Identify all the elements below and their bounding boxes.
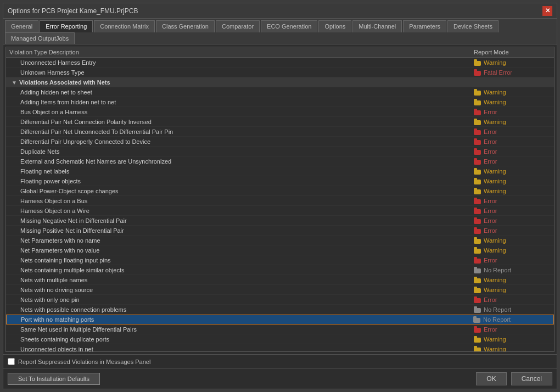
table-row[interactable]: Missing Positive Net in Differential Pai… [6,226,554,236]
section-arrow-icon: ▼ [12,80,17,86]
mode-label: Warning [484,237,506,244]
table-row[interactable]: Nets with no driving source Warning [6,285,554,295]
footer: Set To Installation Defaults OK Cancel [3,368,557,389]
table-row[interactable]: External and Schematic Net Names are Uns… [6,156,554,166]
table-row[interactable]: Adding Items from hidden net to net Warn… [6,97,554,107]
report-suppressed-label: Report Suppressed Violations in Messages… [18,359,150,365]
tab-options[interactable]: Options [318,20,351,32]
mode-folder-icon [474,198,481,204]
row-description: Differential Pair Unproperly Connected t… [9,138,474,145]
row-description: Port with no matching ports [10,316,473,323]
row-description: Nets with multiple names [9,277,474,283]
tab-multi-channel[interactable]: Multi-Channel [352,20,402,32]
table-row[interactable]: Differential Pair Net Connection Polarit… [6,117,554,127]
row-mode: Warning [474,237,551,244]
table-row[interactable]: Nets with possible connection problems N… [6,305,554,315]
tab-device-sheets[interactable]: Device Sheets [447,20,499,32]
table-row[interactable]: Adding hidden net to sheet Warning [6,87,554,97]
mode-folder-icon [474,119,481,125]
close-button[interactable]: ✕ [542,6,552,16]
mode-label: Warning [484,346,506,352]
table-row[interactable]: Harness Object on a Wire Error [6,206,554,216]
mode-folder-icon [474,267,481,273]
cancel-button[interactable]: Cancel [511,372,552,385]
mode-folder-icon [474,158,481,165]
row-mode: Warning [474,168,551,175]
tab-class-generation[interactable]: Class Generation [156,20,215,32]
dialog: Options for PCB Project Kame_FMU.PrjPCB … [3,3,557,389]
table-row[interactable]: Nets containing floating input pins Erro… [6,255,554,265]
row-mode: Error [474,326,551,333]
row-mode: No Report [474,267,551,273]
mode-folder-icon [474,296,481,303]
mode-folder-icon [474,336,481,343]
table-row[interactable]: Same Net used in Multiple Differential P… [6,324,554,334]
row-mode: Warning [474,336,551,343]
row-mode: Error [474,227,551,234]
row-description: Harness Object on a Wire [9,208,474,214]
mode-label: Warning [484,119,506,125]
tab-error-reporting[interactable]: Error Reporting [40,20,93,32]
table-row[interactable]: Nets with multiple names Warning [6,275,554,285]
row-description: Net Parameters with no name [9,237,474,244]
tab-general[interactable]: General [5,20,38,32]
tab-eco-generation[interactable]: ECO Generation [261,20,317,32]
row-mode: Warning [474,247,551,254]
tab-parameters[interactable]: Parameters [403,20,446,32]
mode-label: Warning [484,277,506,283]
table-row[interactable]: Differential Pair Net Unconnected To Dif… [6,127,554,137]
table-row[interactable]: Net Parameters with no name Warning [6,236,554,245]
table-row[interactable]: Net Parameters with no value Warning [6,245,554,255]
table-row[interactable]: Duplicate Nets Error [6,147,554,156]
mode-label: Error [484,326,497,333]
row-mode: Warning [474,119,551,125]
mode-folder-icon [474,188,481,194]
table-row[interactable]: Nets containing multiple similar objects… [6,265,554,275]
mode-label: Error [484,257,497,264]
mode-label: No Report [484,306,511,313]
table-row[interactable]: Floating net labels Warning [6,166,554,176]
table-row[interactable]: Missing Negative Net in Differential Pai… [6,216,554,226]
table-body[interactable]: Unconnected Harness Entry Warning Unknow… [5,58,555,352]
mode-label: Error [484,296,497,303]
row-description: Unconnected objects in net [9,346,474,352]
report-suppressed-checkbox[interactable] [8,358,15,365]
table-row[interactable]: Sheets containing duplicate ports Warnin… [6,334,554,344]
tabs-bar: GeneralError ReportingConnection MatrixC… [3,19,557,44]
mode-label: Fatal Error [484,69,512,76]
row-mode: Error [474,208,551,214]
table-row[interactable]: Floating power objects Warning [6,176,554,186]
table-row[interactable]: Global Power-Object scope changes Warnin… [6,186,554,196]
row-mode: Error [474,109,551,115]
mode-label: No Report [484,267,511,273]
mode-label: Warning [484,89,506,96]
row-mode: Warning [474,287,551,293]
table-row[interactable]: Unconnected Harness Entry Warning [6,58,554,68]
set-defaults-button[interactable]: Set To Installation Defaults [8,373,100,385]
mode-folder-icon [474,326,481,333]
table-row[interactable]: Unconnected objects in net Warning [6,344,554,352]
table-row[interactable]: Port with no matching ports No Report [6,315,554,324]
table-row[interactable]: Unknown Harness Type Fatal Error [6,68,554,77]
table-row[interactable]: Differential Pair Unproperly Connected t… [6,137,554,147]
mode-label: Warning [484,178,506,184]
mode-label: Error [484,148,497,155]
tab-comparator[interactable]: Comparator [216,20,260,32]
ok-button[interactable]: OK [476,372,506,385]
row-mode: Error [474,296,551,303]
table-row[interactable]: Harness Object on a Bus Error [6,196,554,206]
mode-folder-icon [474,346,481,352]
row-description: Bus Object on a Harness [9,109,474,115]
tab-managed-outputjobs[interactable]: Managed OutputJobs [5,32,75,44]
mode-label: Warning [484,247,506,254]
row-mode: Warning [474,346,551,352]
table-row[interactable]: Nets with only one pin Error [6,295,554,305]
section-label: ▼Violations Associated with Nets [9,79,551,86]
table-row[interactable]: Bus Object on a Harness Error [6,107,554,117]
mode-folder-icon [474,227,481,234]
section-header-row[interactable]: ▼Violations Associated with Nets [6,77,554,87]
row-description: Floating power objects [9,178,474,184]
mode-label: No Report [483,316,511,323]
row-description: Missing Negative Net in Differential Pai… [9,217,474,224]
tab-connection-matrix[interactable]: Connection Matrix [94,20,155,32]
